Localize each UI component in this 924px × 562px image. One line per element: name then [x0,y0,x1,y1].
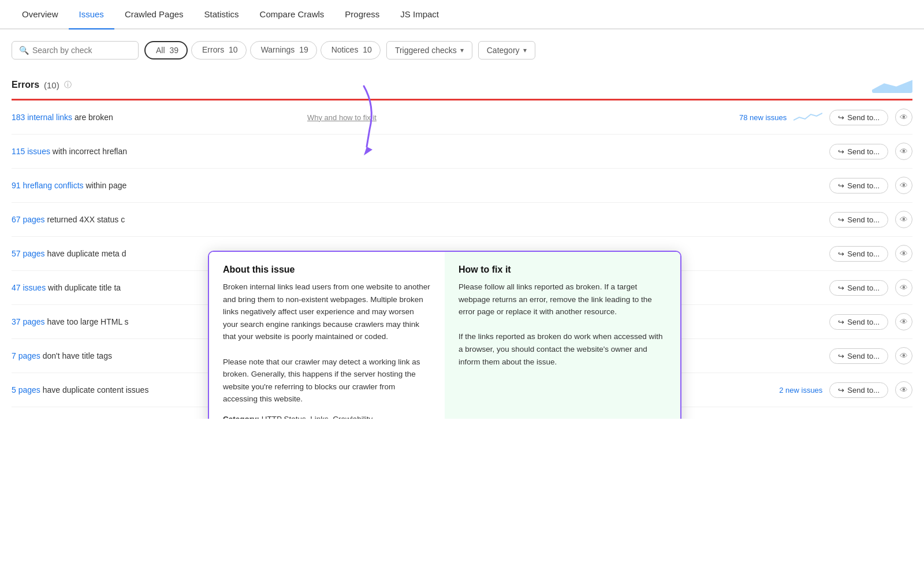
errors-title: Errors [12,80,39,90]
category-dropdown[interactable]: Category ▾ [478,41,535,59]
eye-icon: 👁 [900,249,908,258]
issue-text-0: 183 internal links are broken [12,113,300,122]
issue-link-8[interactable]: 5 pages [12,385,40,394]
nav-issues[interactable]: Issues [69,0,114,28]
send-button-3[interactable]: ↪ Send to... [829,212,888,228]
nav-progress[interactable]: Progress [334,0,390,28]
issue-link-5[interactable]: 47 issues [12,283,46,292]
eye-button-8[interactable]: 👁 [895,381,912,399]
issue-row-1: 115 issues with incorrect hreflan ↪ Send… [12,135,912,169]
tooltip-popup: About this issue Broken internal links l… [208,251,681,419]
filter-tabs: All 39 Errors 10 Warnings 19 Notices 10 [144,41,381,59]
eye-icon: 👁 [900,181,908,190]
chevron-down-icon: ▾ [523,46,527,54]
issue-link-6[interactable]: 37 pages [12,317,45,326]
search-box[interactable]: 🔍 [12,41,139,59]
issue-row-2: 91 hreflang conflicts within page ↪ Send… [12,169,912,203]
issue-row-0: 183 internal links are broken Why and ho… [12,101,912,135]
eye-button-7[interactable]: 👁 [895,347,912,364]
eye-icon: 👁 [900,147,908,156]
issue-row-3: 67 pages returned 4XX status c ↪ Send to… [12,203,912,237]
search-input[interactable] [32,46,131,55]
send-icon: ↪ [838,284,844,292]
tooltip-fix-body: Please follow all links reported as brok… [459,281,666,368]
nav-statistics[interactable]: Statistics [194,0,249,28]
errors-count: (10) [44,80,59,90]
issue-text-3: 67 pages returned 4XX status c [12,215,300,224]
tooltip-left-panel: About this issue Broken internal links l… [209,252,445,419]
chevron-down-icon: ▾ [460,46,464,54]
eye-icon: 👁 [900,351,908,360]
send-icon: ↪ [838,215,844,224]
send-button-5[interactable]: ↪ Send to... [829,280,888,296]
eye-icon: 👁 [900,317,908,326]
eye-icon: 👁 [900,113,908,122]
send-icon: ↪ [838,181,844,190]
send-icon: ↪ [838,352,844,360]
send-icon: ↪ [838,386,844,394]
issue-link-7[interactable]: 7 pages [12,351,40,360]
errors-section-header: Errors (10) ⓘ [12,71,912,101]
issue-link-3[interactable]: 67 pages [12,215,45,224]
send-button-0[interactable]: ↪ Send to... [829,110,888,125]
eye-icon: 👁 [900,385,908,394]
eye-button-4[interactable]: 👁 [895,245,912,262]
nav-js-impact[interactable]: JS Impact [390,0,449,28]
filter-warnings[interactable]: Warnings 19 [250,41,317,59]
filter-all[interactable]: All 39 [144,41,188,59]
fix-link-0[interactable]: Why and how to fix it [307,113,377,122]
main-nav: Overview Issues Crawled Pages Statistics… [0,0,924,29]
send-button-4[interactable]: ↪ Send to... [829,246,888,262]
sparkline-0 [793,111,822,123]
eye-button-0[interactable]: 👁 [895,109,912,126]
send-icon: ↪ [838,113,844,122]
send-button-1[interactable]: ↪ Send to... [829,144,888,159]
issue-link-0[interactable]: 183 internal links [12,113,72,122]
new-issues-0: 78 new issues [739,113,787,122]
tooltip-about-title: About this issue [223,265,431,275]
eye-button-2[interactable]: 👁 [895,177,912,194]
send-button-2[interactable]: ↪ Send to... [829,178,888,193]
send-button-6[interactable]: ↪ Send to... [829,314,888,330]
eye-button-5[interactable]: 👁 [895,279,912,296]
issue-link-1[interactable]: 115 issues [12,147,50,156]
eye-button-3[interactable]: 👁 [895,211,912,228]
filter-notices[interactable]: Notices 10 [321,41,381,59]
filter-bar: 🔍 All 39 Errors 10 Warnings 19 Notices 1… [12,41,912,59]
filter-errors[interactable]: Errors 10 [191,41,247,59]
eye-button-6[interactable]: 👁 [895,313,912,330]
info-icon[interactable]: ⓘ [64,80,72,90]
tooltip-fix-title: How to fix it [459,265,666,275]
issue-text-2: 91 hreflang conflicts within page [12,181,300,190]
eye-icon: 👁 [900,215,908,224]
send-icon: ↪ [838,318,844,326]
send-button-7[interactable]: ↪ Send to... [829,348,888,364]
tooltip-about-body: Broken internal links lead users from on… [223,281,431,405]
send-icon: ↪ [838,250,844,258]
issue-text-1: 115 issues with incorrect hreflan [12,147,300,156]
nav-compare-crawls[interactable]: Compare Crawls [249,0,335,28]
issues-list: 183 internal links are broken Why and ho… [12,101,912,407]
send-icon: ↪ [838,147,844,156]
nav-crawled-pages[interactable]: Crawled Pages [114,0,194,28]
main-content: 🔍 All 39 Errors 10 Warnings 19 Notices 1… [0,29,924,419]
eye-icon: 👁 [900,283,908,292]
eye-button-1[interactable]: 👁 [895,143,912,160]
triggered-checks-dropdown[interactable]: Triggered checks ▾ [386,41,472,59]
send-button-8[interactable]: ↪ Send to... [829,382,888,398]
issue-link-2[interactable]: 91 hreflang conflicts [12,181,84,190]
nav-overview[interactable]: Overview [12,0,69,28]
new-issues-8: 2 new issues [779,386,822,394]
tooltip-right-panel: How to fix it Please follow all links re… [445,252,680,419]
tooltip-category: Category: HTTP Status, Links, Crawlabili… [223,415,431,419]
errors-chart-thumbnail [872,77,912,93]
issue-link-4[interactable]: 57 pages [12,249,45,258]
search-icon: 🔍 [19,46,29,55]
